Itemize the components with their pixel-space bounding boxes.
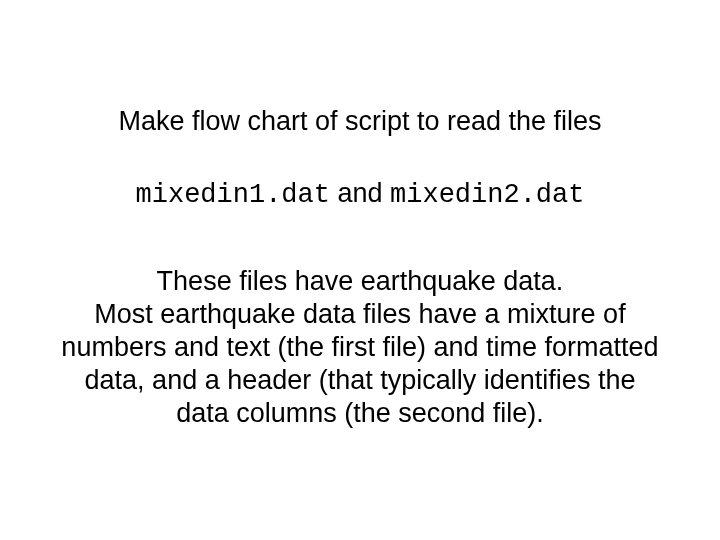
filename-1: mixedin1.dat: [136, 180, 330, 210]
connector-and: and: [330, 178, 390, 208]
title-line: Make flow chart of script to read the fi…: [0, 106, 720, 137]
para-line-5: data columns (the second file).: [176, 398, 544, 428]
para-line-3: numbers and text (the first file) and ti…: [61, 332, 658, 362]
para-line-4: data, and a header (that typically ident…: [85, 365, 636, 395]
filename-2: mixedin2.dat: [390, 180, 584, 210]
para-line-2: Most earthquake data files have a mixtur…: [94, 299, 625, 329]
title-text: Make flow chart of script to read the fi…: [118, 106, 601, 136]
filenames-line: mixedin1.dat and mixedin2.dat: [0, 178, 720, 210]
description-paragraph: These files have earthquake data. Most e…: [0, 265, 720, 430]
para-line-1: These files have earthquake data.: [157, 266, 564, 296]
slide: Make flow chart of script to read the fi…: [0, 0, 720, 540]
